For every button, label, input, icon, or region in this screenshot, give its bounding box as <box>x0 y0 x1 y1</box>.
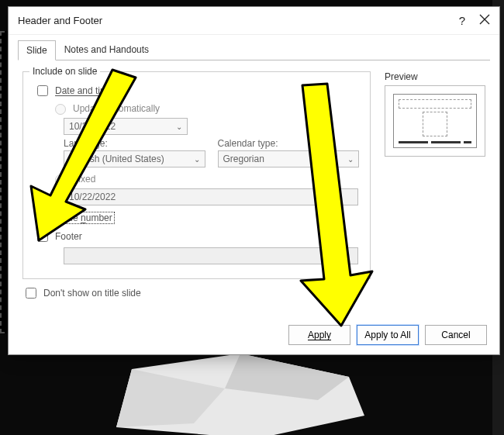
update-auto-radio[interactable] <box>55 104 66 115</box>
date-time-label: Date and time <box>55 85 113 96</box>
fixed-radio[interactable] <box>55 174 66 185</box>
language-label: Language: <box>64 138 205 149</box>
dont-show-title-label: Don't show on title slide <box>43 288 141 299</box>
chevron-down-icon: ⌄ <box>194 155 200 164</box>
calendar-combo[interactable]: Gregorian ⌄ <box>218 150 360 167</box>
preview-slide <box>393 94 477 148</box>
tab-notes-handouts[interactable]: Notes and Handouts <box>56 40 157 60</box>
calendar-value: Gregorian <box>223 154 264 164</box>
date-time-checkbox[interactable] <box>37 85 48 96</box>
close-button[interactable] <box>479 14 490 27</box>
group-legend: Include on slide <box>29 66 100 77</box>
date-format-value: 10/22/2022 <box>69 121 116 132</box>
footer-checkbox[interactable] <box>37 231 48 242</box>
titlebar: Header and Footer ? <box>9 7 499 35</box>
tab-slide[interactable]: Slide <box>18 40 56 60</box>
dont-show-title-checkbox[interactable] <box>26 288 36 299</box>
language-value: English (United States) <box>69 154 164 164</box>
header-footer-dialog: Header and Footer ? Slide Notes and Hand… <box>8 6 500 355</box>
decorative-paper-shape <box>101 354 380 435</box>
fixed-label: Fixed <box>73 174 95 185</box>
chevron-down-icon: ⌄ <box>347 155 354 164</box>
fixed-date-input[interactable]: 10/22/2022 <box>64 188 358 205</box>
apply-button[interactable]: Apply <box>288 325 350 345</box>
slide-number-label: Slide number <box>55 212 115 224</box>
help-button[interactable]: ? <box>459 14 465 27</box>
tabs: Slide Notes and Handouts <box>9 35 499 60</box>
update-auto-label: Update automatically <box>73 103 160 114</box>
include-on-slide-group: Include on slide Date and time Update au… <box>22 71 371 279</box>
preview-label: Preview <box>385 71 485 82</box>
language-combo[interactable]: English (United States) ⌄ <box>64 150 205 167</box>
preview-box <box>385 85 485 157</box>
slide-number-checkbox[interactable] <box>37 212 48 223</box>
apply-to-all-button[interactable]: Apply to All <box>357 325 419 345</box>
chevron-down-icon: ⌄ <box>176 123 182 131</box>
fixed-date-value: 10/22/2022 <box>69 192 116 202</box>
cancel-button[interactable]: Cancel <box>425 325 487 345</box>
date-format-combo[interactable]: 10/22/2022 ⌄ <box>64 118 188 135</box>
calendar-label: Calendar type: <box>218 138 360 149</box>
footer-text-input[interactable] <box>64 247 358 264</box>
dialog-title: Header and Footer <box>18 15 102 26</box>
footer-label: Footer <box>55 231 82 242</box>
